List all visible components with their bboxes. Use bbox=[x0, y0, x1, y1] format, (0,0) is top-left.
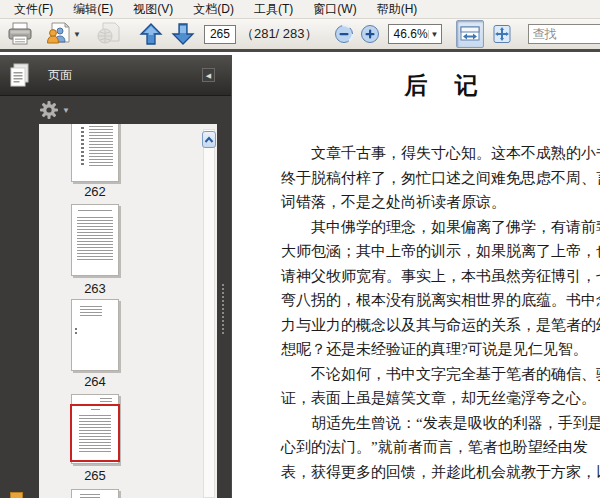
fit-width-button[interactable] bbox=[456, 20, 484, 48]
document-text-line: 表，获得更多的回馈，并趁此机会就教于方家，以 bbox=[281, 460, 600, 485]
visible-area-highlight bbox=[70, 404, 120, 462]
find-input[interactable] bbox=[528, 24, 600, 44]
gear-icon[interactable] bbox=[39, 100, 59, 120]
fit-width-icon bbox=[459, 24, 481, 44]
email-button-disabled bbox=[92, 20, 124, 48]
next-page-button[interactable] bbox=[168, 20, 198, 48]
print-button[interactable] bbox=[4, 20, 36, 48]
fit-page-button[interactable] bbox=[488, 20, 516, 48]
left-arrow-icon: ◀ bbox=[206, 72, 211, 79]
chevron-up-icon bbox=[204, 136, 214, 144]
menu-help[interactable]: 帮助(H) bbox=[367, 0, 428, 18]
down-arrow-icon bbox=[171, 22, 195, 46]
document-text-line: 胡适先生曾说：“发表是吸收的利器，手到是 bbox=[281, 411, 600, 436]
thumbnail-page-263[interactable] bbox=[71, 204, 119, 276]
document-text-line: 终于脱稿付梓了，匆忙口述之间难免思虑不周、言 bbox=[281, 166, 600, 191]
thumbnails-scrollbar[interactable] bbox=[202, 129, 216, 498]
zoom-out-button[interactable] bbox=[331, 20, 357, 48]
thumbnail-label: 264 bbox=[61, 374, 129, 389]
thumbnail-page-266[interactable] bbox=[71, 489, 119, 498]
pages-icon bbox=[8, 62, 32, 89]
thumbnail-label: 262 bbox=[61, 184, 129, 199]
thumbnail-page-262[interactable] bbox=[71, 124, 119, 182]
globe-document-icon bbox=[95, 22, 121, 46]
pdf-reader-window: 文件(F) 编辑(E) 视图(V) 文档(D) 工具(T) 窗口(W) 帮助(H… bbox=[0, 0, 600, 498]
document-text-line: 词错落，不是之处尚祈读者原谅。 bbox=[281, 190, 600, 215]
menu-file[interactable]: 文件(F) bbox=[4, 0, 63, 18]
document-text-line: 大师包涵；其中上帝的训示，如果脱离了上帝，也 bbox=[281, 239, 600, 264]
printer-icon bbox=[7, 22, 33, 46]
thumbnail-page-264[interactable] bbox=[71, 299, 119, 371]
sidebar-resize-handle[interactable] bbox=[222, 284, 227, 336]
content-area: 页面 ◀ ▼ bbox=[0, 55, 600, 498]
thumbnail-page-265-current[interactable] bbox=[71, 394, 119, 464]
plus-circle-icon bbox=[360, 24, 380, 44]
menu-document[interactable]: 文档(D) bbox=[183, 0, 244, 18]
document-view: 后 记 文章千古事，得失寸心知。这本不成熟的小书 终于脱稿付梓了，匆忙口述之间难… bbox=[231, 55, 600, 498]
zoom-in-button[interactable] bbox=[357, 20, 383, 48]
menu-view[interactable]: 视图(V) bbox=[123, 0, 183, 18]
zoom-dropdown-caret-icon[interactable]: ▼ bbox=[428, 30, 441, 39]
page-number-input[interactable] bbox=[204, 25, 236, 44]
share-dropdown-caret-icon[interactable]: ▼ bbox=[73, 30, 81, 39]
document-text-line: 请神父牧师宽宥。事实上，本书虽然旁征博引，七 bbox=[281, 264, 600, 289]
people-document-icon bbox=[45, 22, 71, 46]
menu-tools[interactable]: 工具(T) bbox=[244, 0, 303, 18]
document-text-line: 文章千古事，得失寸心知。这本不成熟的小书 bbox=[281, 141, 600, 166]
zoom-level-combobox[interactable]: 46.6% ▼ bbox=[388, 24, 442, 44]
up-arrow-icon bbox=[139, 22, 163, 46]
document-text-line: 弯八拐的，根本没有脱离实相世界的底蕴。书中念 bbox=[281, 288, 600, 313]
pages-panel-title: 页面 bbox=[48, 67, 202, 84]
pages-panel-header: 页面 ◀ bbox=[0, 55, 231, 96]
document-text-line: 不论如何，书中文字完全基于笔者的确信、验 bbox=[281, 362, 600, 387]
zoom-level-value: 46.6% bbox=[389, 27, 428, 41]
share-collaborate-button[interactable]: ▼ bbox=[42, 20, 84, 48]
document-page: 文章千古事，得失寸心知。这本不成熟的小书 终于脱稿付梓了，匆忙口述之间难免思虑不… bbox=[281, 141, 600, 484]
document-text-line: 其中佛学的理念，如果偏离了佛学，有请前辈 bbox=[281, 215, 600, 240]
collapse-panel-button[interactable]: ◀ bbox=[202, 68, 215, 82]
scroll-up-button[interactable] bbox=[202, 131, 216, 148]
thumbnail-label: 263 bbox=[61, 281, 129, 296]
document-text-line: 力与业力的概念以及其与命运的关系，是笔者的幻 bbox=[281, 313, 600, 338]
scrollbar-track[interactable] bbox=[203, 129, 215, 498]
menu-edit[interactable]: 编辑(E) bbox=[63, 0, 123, 18]
minus-circle-icon bbox=[334, 24, 354, 44]
document-text-line: 想呢？还是未经验证的真理?可说是见仁见智。 bbox=[281, 337, 600, 362]
previous-page-button[interactable] bbox=[136, 20, 166, 48]
page-count-label: （281/ 283） bbox=[241, 25, 318, 43]
thumbnail-label: 265 bbox=[61, 468, 129, 483]
document-text-line: 证，表面上虽是嬉笑文章，却无丝毫浮夸之心。 bbox=[281, 386, 600, 411]
fit-page-icon bbox=[491, 24, 513, 44]
menu-window[interactable]: 窗口(W) bbox=[303, 0, 366, 18]
options-dropdown-caret-icon[interactable]: ▼ bbox=[62, 106, 70, 115]
panel-options-row: ▼ bbox=[39, 96, 217, 124]
page-thumbnails-panel: 262 263 264 bbox=[39, 124, 217, 498]
document-text-line: 心到的法门。”就前者而言，笔者也盼望经由发 bbox=[281, 435, 600, 460]
panel-tab-icon-partial[interactable] bbox=[10, 492, 23, 498]
menu-bar: 文件(F) 编辑(E) 视图(V) 文档(D) 工具(T) 窗口(W) 帮助(H… bbox=[0, 0, 600, 19]
toolbar: ▼ （281/ 283） bbox=[0, 19, 600, 52]
navigation-sidebar: 页面 ◀ ▼ bbox=[0, 55, 231, 498]
document-title: 后 记 bbox=[281, 70, 600, 101]
